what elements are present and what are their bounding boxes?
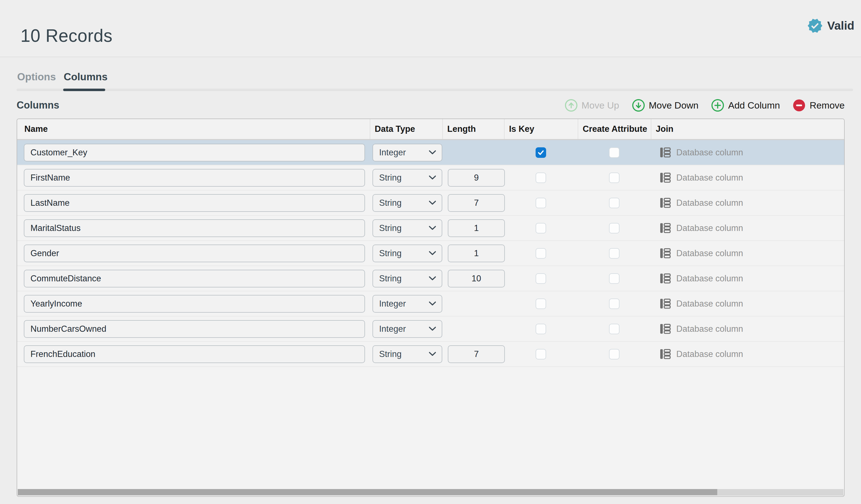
create-attribute-checkbox[interactable] bbox=[609, 173, 619, 183]
column-name-input[interactable] bbox=[24, 219, 365, 237]
table-row[interactable]: Integer bbox=[17, 316, 844, 342]
length-input[interactable] bbox=[448, 169, 505, 187]
column-name-input[interactable] bbox=[24, 144, 365, 161]
create-attribute-checkbox[interactable] bbox=[609, 299, 619, 309]
create-attribute-checkbox[interactable] bbox=[609, 248, 619, 259]
create-attribute-checkbox[interactable] bbox=[609, 223, 619, 233]
column-header-join: Join bbox=[651, 119, 844, 139]
data-type-value: String bbox=[379, 248, 401, 258]
data-type-select[interactable]: String bbox=[372, 245, 442, 262]
database-column-icon bbox=[659, 272, 672, 285]
data-type-value: Integer bbox=[379, 148, 406, 158]
create-attribute-checkbox[interactable] bbox=[609, 147, 619, 158]
data-type-value: Integer bbox=[379, 299, 406, 309]
join-type-label: Database column bbox=[676, 148, 743, 158]
data-type-select[interactable]: String bbox=[372, 219, 442, 237]
data-type-select[interactable]: Integer bbox=[372, 320, 442, 338]
create-attribute-checkbox[interactable] bbox=[609, 273, 619, 284]
is-key-checkbox[interactable] bbox=[536, 198, 546, 208]
section-title: Columns bbox=[17, 99, 59, 111]
table-row[interactable]: String bbox=[17, 342, 844, 367]
data-type-select[interactable]: String bbox=[372, 345, 442, 363]
length-input[interactable] bbox=[448, 245, 505, 262]
database-column-icon bbox=[659, 196, 672, 209]
join-type-label: Database column bbox=[676, 299, 743, 309]
tab-track bbox=[17, 88, 853, 91]
check-icon bbox=[537, 149, 545, 156]
data-type-select[interactable]: String bbox=[372, 169, 442, 187]
is-key-checkbox[interactable] bbox=[536, 273, 546, 284]
table-row[interactable]: String bbox=[17, 241, 844, 266]
length-input[interactable] bbox=[448, 345, 505, 363]
validation-status-label: Valid bbox=[827, 19, 855, 32]
column-header-data-type: Data Type bbox=[370, 119, 442, 139]
arrow-up-circle-icon bbox=[565, 99, 578, 112]
join-type-label: Database column bbox=[676, 198, 743, 208]
chevron-down-icon bbox=[429, 301, 436, 306]
table-row[interactable]: String bbox=[17, 191, 844, 216]
add-column-label: Add Column bbox=[728, 100, 780, 111]
horizontal-scrollbar[interactable] bbox=[18, 489, 844, 496]
columns-section-header: Columns Move Up Move Down Add Column bbox=[17, 94, 845, 116]
database-column-icon bbox=[659, 222, 672, 234]
data-type-select[interactable]: String bbox=[372, 194, 442, 212]
column-name-input[interactable] bbox=[24, 320, 365, 338]
create-attribute-checkbox[interactable] bbox=[609, 324, 619, 334]
move-up-button[interactable]: Move Up bbox=[565, 99, 619, 112]
tab-bar: Options Columns bbox=[0, 57, 861, 93]
column-name-input[interactable] bbox=[24, 295, 365, 313]
chevron-down-icon bbox=[429, 201, 436, 205]
column-name-input[interactable] bbox=[24, 169, 365, 187]
data-type-select[interactable]: String bbox=[372, 270, 442, 287]
table-row[interactable]: Integer bbox=[17, 140, 844, 165]
join-type-label: Database column bbox=[676, 173, 743, 183]
column-name-input[interactable] bbox=[24, 194, 365, 212]
table-row[interactable]: String bbox=[17, 216, 844, 241]
column-name-input[interactable] bbox=[24, 270, 365, 287]
is-key-checkbox[interactable] bbox=[536, 223, 546, 233]
join-type-label: Database column bbox=[676, 223, 743, 233]
table-row[interactable]: String bbox=[17, 165, 844, 191]
data-type-value: Integer bbox=[379, 324, 406, 334]
chevron-down-icon bbox=[429, 150, 436, 155]
data-type-value: String bbox=[379, 349, 401, 359]
length-input[interactable] bbox=[448, 219, 505, 237]
is-key-checkbox[interactable] bbox=[536, 173, 546, 183]
column-name-input[interactable] bbox=[24, 245, 365, 262]
add-column-button[interactable]: Add Column bbox=[711, 99, 780, 112]
join-type-label: Database column bbox=[676, 248, 743, 258]
database-column-icon bbox=[659, 247, 672, 259]
plus-circle-icon bbox=[711, 99, 724, 112]
remove-button[interactable]: Remove bbox=[793, 99, 845, 112]
length-input[interactable] bbox=[448, 194, 505, 212]
is-key-checkbox[interactable] bbox=[536, 299, 546, 309]
is-key-checkbox[interactable] bbox=[536, 324, 546, 334]
is-key-checkbox[interactable] bbox=[536, 248, 546, 259]
chevron-down-icon bbox=[429, 175, 436, 180]
join-type-label: Database column bbox=[676, 274, 743, 284]
chevron-down-icon bbox=[429, 251, 436, 256]
tab-options[interactable]: Options bbox=[17, 71, 56, 83]
is-key-checkbox[interactable] bbox=[536, 147, 546, 158]
table-row[interactable]: String bbox=[17, 266, 844, 291]
chevron-down-icon bbox=[429, 352, 436, 356]
join-type-label: Database column bbox=[676, 349, 743, 359]
column-name-input[interactable] bbox=[24, 345, 365, 363]
move-down-button[interactable]: Move Down bbox=[632, 99, 699, 112]
table-body: Integer bbox=[17, 140, 844, 367]
create-attribute-checkbox[interactable] bbox=[609, 349, 619, 359]
data-type-select[interactable]: Integer bbox=[372, 144, 442, 161]
database-column-icon bbox=[659, 297, 672, 310]
create-attribute-checkbox[interactable] bbox=[609, 198, 619, 208]
verified-badge-icon bbox=[807, 18, 823, 34]
tab-columns[interactable]: Columns bbox=[64, 71, 107, 83]
data-type-select[interactable]: Integer bbox=[372, 295, 442, 313]
horizontal-scrollbar-thumb[interactable] bbox=[18, 489, 717, 495]
move-down-label: Move Down bbox=[649, 100, 699, 111]
validation-status-badge: Valid bbox=[807, 17, 855, 34]
is-key-checkbox[interactable] bbox=[536, 349, 546, 359]
columns-toolbar: Move Up Move Down Add Column Remove bbox=[565, 99, 845, 112]
remove-label: Remove bbox=[809, 100, 845, 111]
length-input[interactable] bbox=[448, 270, 505, 287]
table-row[interactable]: Integer bbox=[17, 291, 844, 316]
